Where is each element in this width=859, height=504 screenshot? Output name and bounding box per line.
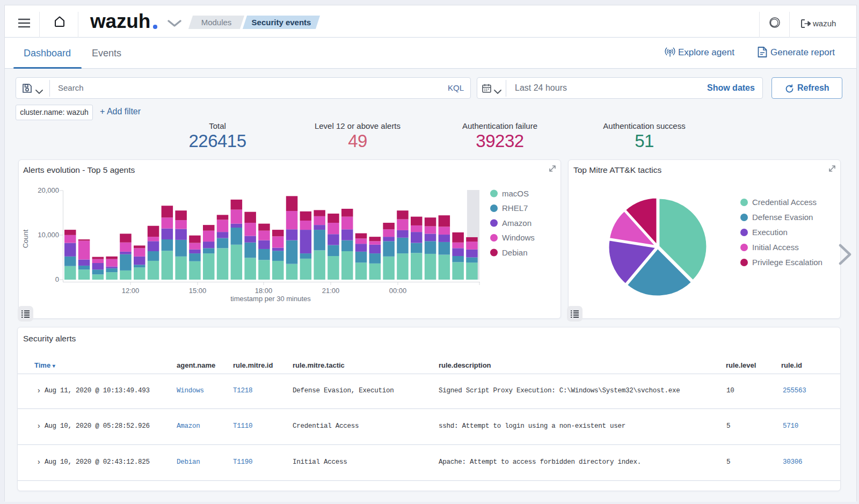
svg-text:Privilege Escalation: Privilege Escalation [752, 258, 822, 267]
svg-text:Credential Access: Credential Access [752, 198, 817, 207]
svg-text:Windows: Windows [502, 233, 535, 242]
svg-text:Debian: Debian [502, 248, 528, 257]
svg-text:Count: Count [21, 229, 30, 248]
svg-text:timestamp per 30 minutes: timestamp per 30 minutes [230, 295, 311, 303]
svg-text:15:00: 15:00 [189, 287, 207, 295]
svg-text:Execution: Execution [752, 228, 788, 237]
svg-text:Defense Evasion: Defense Evasion [752, 213, 813, 222]
svg-text:10,000: 10,000 [38, 231, 59, 239]
svg-text:18:00: 18:00 [255, 287, 273, 295]
svg-text:00:00: 00:00 [389, 287, 407, 295]
svg-text:21:00: 21:00 [322, 287, 340, 295]
svg-text:0: 0 [55, 275, 59, 283]
svg-text:RHEL7: RHEL7 [502, 203, 528, 213]
svg-text:Amazon: Amazon [502, 218, 532, 228]
svg-text:macOS: macOS [502, 189, 529, 198]
svg-text:12:00: 12:00 [122, 287, 140, 295]
svg-text:Initial Access: Initial Access [752, 243, 799, 252]
svg-text:20,000: 20,000 [38, 186, 59, 194]
